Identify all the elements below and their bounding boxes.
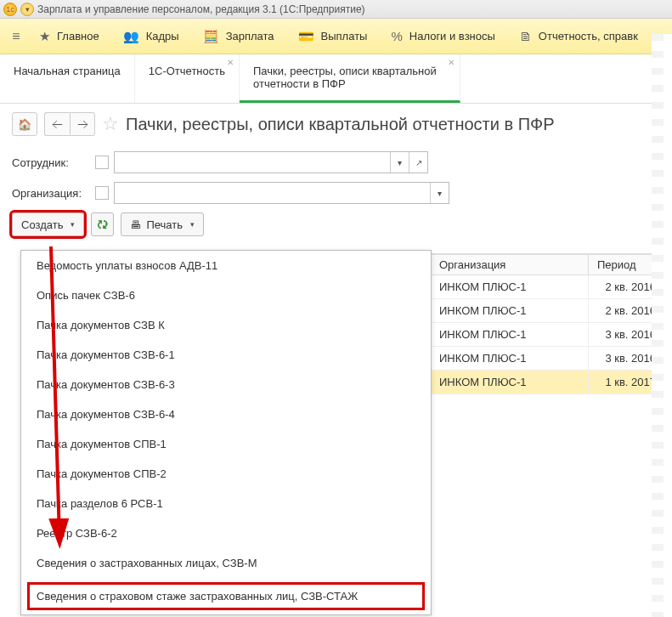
create-button[interactable]: Создать▾ (12, 212, 84, 236)
page-body: 🏠 🡠 🡢 ☆ Пачки, реестры, описи квартально… (0, 104, 672, 245)
percent-icon: % (391, 29, 402, 43)
org-field[interactable] (115, 183, 430, 203)
wallet-icon: 💳 (298, 29, 314, 44)
chevron-down-icon: ▾ (190, 220, 195, 229)
home-button[interactable]: 🏠 (12, 112, 37, 136)
dropdown-opt[interactable]: Пачка документов СЗВ-6-3 (21, 370, 431, 399)
chevron-down-icon: ▾ (71, 220, 75, 229)
table-row[interactable]: ИНКОМ ПЛЮС-13 кв. 2016 (431, 347, 665, 371)
employee-field[interactable] (115, 152, 390, 173)
menu-main-label: Главное (57, 30, 99, 42)
close-icon[interactable]: ✕ (448, 58, 455, 67)
people-icon: 👥 (123, 29, 139, 44)
window-title-bar: 1c ▾ Зарплата и управление персоналом, р… (0, 0, 672, 19)
dropdown-opt[interactable]: Реестр СЗВ-6-2 (21, 518, 431, 548)
table-row[interactable]: ИНКОМ ПЛЮС-12 кв. 2016 (431, 299, 665, 323)
app-icon: 1c (3, 3, 17, 16)
menu-vyplaty[interactable]: 💳Выплаты (286, 19, 380, 54)
page-title: Пачки, реестры, описи квартальной отчетн… (126, 115, 555, 134)
star-icon: ★ (39, 29, 50, 44)
dropdown-opt[interactable]: Ведомость уплаты взносов АДВ-11 (21, 251, 431, 280)
col-org[interactable]: Организация (431, 255, 589, 275)
close-icon[interactable]: ✕ (227, 58, 234, 67)
employee-checkbox[interactable] (95, 156, 109, 169)
menu-nalogi[interactable]: %Налоги и взносы (379, 19, 506, 54)
tab-start-page[interactable]: Начальная страница (0, 54, 135, 103)
org-checkbox[interactable] (95, 186, 109, 200)
refresh-icon: 🗘 (97, 218, 108, 231)
forward-button[interactable]: 🡢 (70, 112, 95, 136)
doc-icon: 🗎 (519, 29, 532, 43)
menu-otchet[interactable]: 🗎Отчетность, справк (507, 19, 650, 54)
employee-open-btn[interactable]: ↗ (409, 152, 427, 173)
create-dropdown: Ведомость уплаты взносов АДВ-11 Опись па… (20, 250, 432, 615)
menu-zarplata-label: Зарплата (226, 30, 274, 42)
dropdown-opt[interactable]: Пачка документов СПВ-2 (21, 459, 431, 489)
menu-kadry[interactable]: 👥Кадры (111, 19, 191, 54)
menu-kadry-label: Кадры (146, 30, 179, 42)
documents-grid: Организация Период ИНКОМ ПЛЮС-12 кв. 201… (430, 253, 665, 394)
refresh-button[interactable]: 🗘 (91, 212, 114, 236)
burger-icon[interactable]: ≡ (5, 29, 27, 44)
employee-dropdown-btn[interactable]: ▾ (390, 152, 409, 173)
dropdown-opt[interactable]: Опись пачек СЗВ-6 (21, 280, 431, 310)
tabs-bar: Начальная страница 1С-Отчетность✕ Пачки,… (0, 54, 672, 104)
window-title: Зарплата и управление персоналом, редакц… (37, 3, 365, 15)
org-dropdown-btn[interactable]: ▾ (430, 183, 449, 203)
table-row[interactable]: ИНКОМ ПЛЮС-12 кв. 2016 (431, 275, 665, 299)
title-dropdown-icon[interactable]: ▾ (20, 3, 34, 16)
org-select[interactable]: ▾ (114, 182, 449, 204)
dropdown-opt[interactable]: Сведения о застрахованных лицах, СЗВ-М (21, 548, 431, 578)
main-menu: ≡ ★Главное 👥Кадры 🧮Зарплата 💳Выплаты %На… (0, 19, 672, 54)
employee-label: Сотрудник: (12, 156, 90, 169)
favorite-star-icon[interactable]: ☆ (102, 113, 119, 135)
dropdown-opt[interactable]: Пачка документов СЗВ К (21, 310, 431, 340)
employee-select[interactable]: ▾ ↗ (114, 151, 428, 173)
table-row[interactable]: ИНКОМ ПЛЮС-11 кв. 2017 (431, 371, 665, 394)
tab-packs-pfr[interactable]: Пачки, реестры, описи квартальной отчетн… (240, 54, 460, 103)
torn-edge-decoration (657, 34, 672, 617)
print-button[interactable]: 🖶 Печать▾ (121, 212, 204, 236)
menu-zarplata[interactable]: 🧮Зарплата (191, 19, 286, 54)
back-button[interactable]: 🡠 (44, 112, 70, 136)
dropdown-opt[interactable]: Пачка документов СЗВ-6-4 (21, 399, 431, 429)
org-label: Организация: (12, 187, 90, 200)
dropdown-opt[interactable]: Пачка документов СЗВ-6-1 (21, 340, 431, 370)
toolbar: Создать▾ 🗘 🖶 Печать▾ (12, 212, 660, 236)
calc-icon: 🧮 (203, 29, 219, 44)
menu-main[interactable]: ★Главное (27, 19, 111, 54)
table-row[interactable]: ИНКОМ ПЛЮС-13 кв. 2016 (431, 323, 665, 347)
nav-back-forward: 🡠 🡢 (44, 112, 95, 136)
dropdown-opt[interactable]: Пачка документов СПВ-1 (21, 429, 431, 459)
tab-1c-otchetnost[interactable]: 1С-Отчетность✕ (135, 54, 240, 103)
dropdown-opt-szv-stazh[interactable]: Сведения о страховом стаже застрахованны… (26, 581, 426, 611)
printer-icon: 🖶 (130, 218, 141, 231)
dropdown-opt[interactable]: Пачка разделов 6 РСВ-1 (21, 489, 431, 518)
